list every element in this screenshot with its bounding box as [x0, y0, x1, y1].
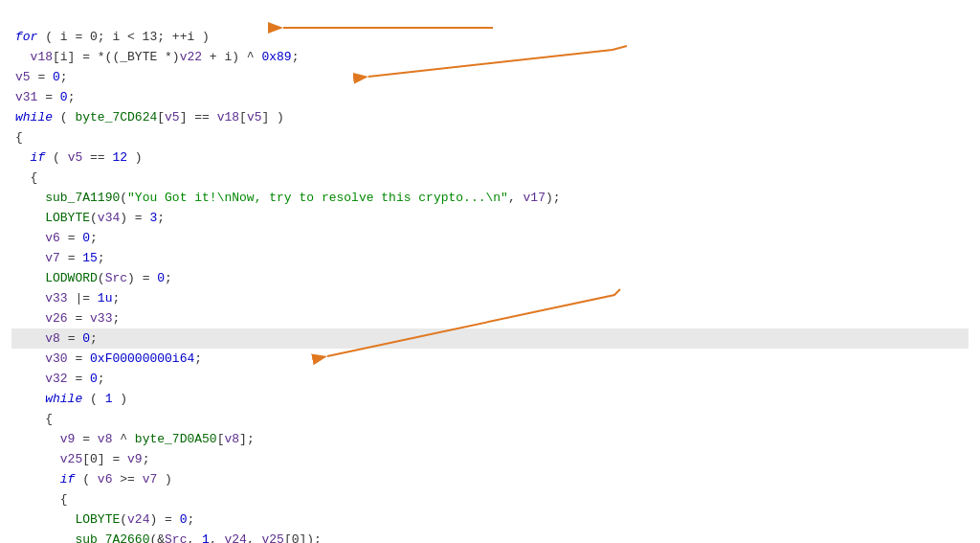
- code-token: ] ): [262, 110, 284, 124]
- code-token: =: [31, 70, 53, 84]
- code-token: ) =: [149, 512, 179, 527]
- code-token: ;: [157, 211, 165, 225]
- code-token: v31: [15, 90, 37, 104]
- code-token: LODWORD: [45, 271, 98, 285]
- code-token: (&: [149, 532, 165, 543]
- code-line: v7 = 15;: [11, 248, 969, 268]
- code-token: ): [112, 392, 127, 406]
- code-token: v9: [60, 432, 76, 446]
- code-token: 0x89: [261, 50, 291, 64]
- code-token: 0: [53, 70, 60, 84]
- code-token: =: [68, 351, 90, 366]
- code-token: 0: [157, 271, 165, 285]
- code-token: sub_7A2660: [75, 532, 149, 543]
- code-token: while: [45, 392, 82, 406]
- code-line: LOBYTE(v24) = 0;: [11, 509, 969, 530]
- code-token: LOBYTE: [75, 512, 120, 527]
- code-token: ) =: [120, 211, 149, 225]
- code-token: v7: [45, 251, 60, 265]
- code-token: =: [37, 90, 59, 104]
- code-token: ( i = 0; i < 13; ++i ): [37, 30, 209, 44]
- code-token: ;: [194, 351, 202, 366]
- code-line: {: [11, 409, 969, 429]
- code-token: ): [157, 472, 172, 486]
- code-line: for ( i = 0; i < 13; ++i ): [11, 27, 969, 47]
- code-token: Src: [165, 532, 187, 543]
- code-token: ;: [98, 372, 105, 386]
- code-view: for ( i = 0; i < 13; ++i ) v18[i] = *((_…: [0, 0, 980, 543]
- code-token: sub_7A1190: [45, 191, 120, 205]
- code-token: ;: [112, 311, 120, 326]
- code-token: {: [60, 492, 68, 507]
- code-line: v6 = 0;: [11, 228, 969, 248]
- code-line: v26 = v33;: [11, 308, 969, 328]
- code-token: 0: [60, 90, 68, 104]
- code-token: ) =: [127, 271, 157, 285]
- code-line: v18[i] = *((_BYTE *)v22 + i) ^ 0x89;: [11, 47, 969, 67]
- code-line: v8 = 0;: [11, 328, 969, 349]
- code-token: );: [546, 191, 561, 205]
- code-token: ;: [68, 90, 76, 104]
- code-token: v18: [217, 110, 239, 124]
- code-token: ==: [82, 150, 112, 165]
- code-token: ] ==: [180, 110, 217, 124]
- code-line: {: [11, 127, 969, 147]
- code-token: v33: [45, 291, 67, 305]
- code-token: v32: [45, 372, 67, 386]
- code-token: v6: [98, 472, 113, 486]
- code-token: v5: [247, 110, 262, 124]
- code-token: =: [60, 251, 82, 265]
- code-line: v9 = v8 ^ byte_7D0A50[v8];: [11, 429, 969, 449]
- code-token: v18: [31, 50, 53, 64]
- code-token: while: [15, 110, 53, 124]
- code-token: [: [157, 110, 165, 124]
- code-token: ): [127, 150, 143, 165]
- code-token: v25: [262, 532, 284, 543]
- code-token: + i) ^: [202, 50, 261, 64]
- code-token: Src: [105, 271, 127, 285]
- code-token: "You Got it!\nNow, try to resolve this c…: [127, 191, 508, 205]
- code-token: =: [68, 311, 90, 326]
- code-token: ,: [247, 532, 262, 543]
- code-token: (: [53, 110, 75, 124]
- code-line: v30 = 0xF00000000i64;: [11, 349, 969, 369]
- code-token: byte_7D0A50: [135, 432, 217, 446]
- code-line: v5 = 0;: [11, 67, 969, 87]
- code-line: {: [11, 489, 969, 509]
- code-line: if ( v6 >= v7 ): [11, 469, 969, 489]
- code-token: ;: [187, 512, 194, 527]
- code-token: v5: [165, 110, 180, 124]
- code-token: =: [60, 331, 82, 346]
- code-line: if ( v5 == 12 ): [11, 147, 969, 168]
- code-line: v25[0] = v9;: [11, 449, 969, 469]
- code-token: {: [31, 170, 38, 185]
- code-token: 12: [112, 150, 127, 165]
- code-token: v9: [127, 452, 143, 466]
- code-token: 15: [82, 251, 98, 265]
- code-token: 0: [82, 231, 90, 245]
- code-token: (: [120, 512, 127, 527]
- code-token: ;: [165, 271, 172, 285]
- code-token: ;: [60, 70, 68, 84]
- code-line: sub_7A2660(&Src, 1, v24, v25[0]);: [11, 530, 969, 543]
- code-token: for: [15, 30, 37, 44]
- code-line: LODWORD(Src) = 0;: [11, 268, 969, 288]
- code-token: v6: [45, 231, 60, 245]
- code-token: v7: [143, 472, 158, 486]
- code-token: if: [31, 150, 46, 165]
- code-line: v33 |= 1u;: [11, 288, 969, 308]
- code-token: [0] =: [82, 452, 127, 466]
- code-token: =: [68, 372, 90, 386]
- code-line: LOBYTE(v34) = 3;: [11, 208, 969, 228]
- code-token: (: [98, 271, 105, 285]
- code-token: v33: [90, 311, 112, 326]
- code-token: byte_7CD624: [75, 110, 157, 124]
- code-line: sub_7A1190("You Got it!\nNow, try to res…: [11, 188, 969, 208]
- code-token: =: [60, 231, 82, 245]
- code-token: v34: [98, 211, 120, 225]
- code-token: v17: [523, 191, 546, 205]
- code-token: (: [82, 392, 104, 406]
- code-token: 1u: [98, 291, 113, 305]
- code-token: 0xF00000000i64: [90, 351, 194, 366]
- code-token: v8: [98, 432, 113, 446]
